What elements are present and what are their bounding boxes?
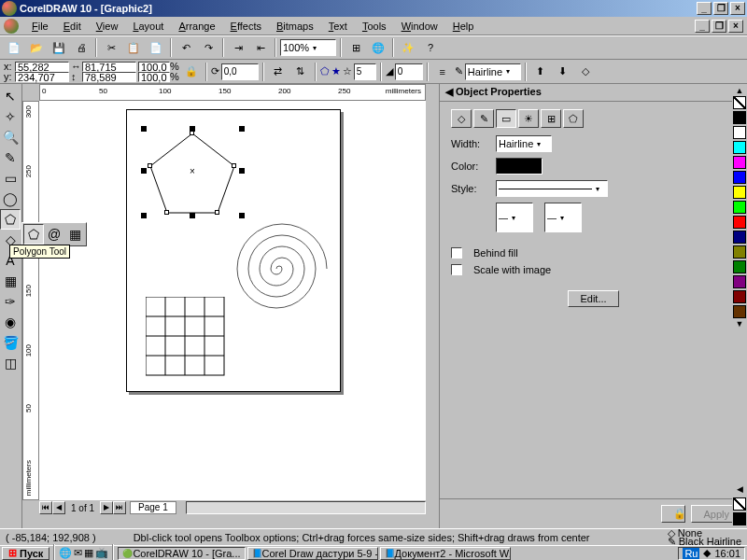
panel-style-select[interactable] <box>496 180 608 197</box>
freehand-tool[interactable]: ✎ <box>0 147 21 168</box>
menu-bitmaps[interactable]: Bitmaps <box>269 19 321 34</box>
swatch-darkgreen[interactable] <box>733 260 746 273</box>
export-button[interactable]: ⇤ <box>250 37 271 58</box>
swatch-magenta[interactable] <box>733 156 746 169</box>
palette-up[interactable]: ▲ <box>736 86 744 95</box>
menu-help[interactable]: Help <box>445 19 482 34</box>
sides-input[interactable] <box>354 63 376 80</box>
canvas[interactable]: × <box>39 101 426 500</box>
menu-file[interactable]: File <box>24 19 56 34</box>
prev-page-button[interactable]: ◀ <box>52 501 65 514</box>
menu-effects[interactable]: Effects <box>223 19 269 34</box>
ruler-horizontal[interactable]: 0 50 100 150 200 250 millimeters <box>39 84 426 101</box>
last-page-button[interactable]: ⏭ <box>113 501 126 514</box>
quicklaunch-icon-4[interactable]: 📺 <box>95 547 108 559</box>
palette-down[interactable]: ▼ <box>736 319 744 329</box>
maximize-button[interactable]: ❐ <box>713 2 728 15</box>
tab-web[interactable]: ⊞ <box>541 109 561 128</box>
to-front-button[interactable]: ⬆ <box>530 62 551 82</box>
shape-tool[interactable]: ✧ <box>0 106 21 127</box>
mdi-minimize[interactable]: _ <box>695 20 710 33</box>
mdi-icon[interactable] <box>4 19 19 34</box>
cut-button[interactable]: ✂ <box>101 37 121 58</box>
quicklaunch-icon-3[interactable]: ▦ <box>84 547 93 559</box>
convert-curves-button[interactable]: ◇ <box>575 62 596 82</box>
quicklaunch-icon[interactable]: 🌐 <box>59 547 72 559</box>
system-tray[interactable]: Ru ◆ 16:01 <box>678 547 745 560</box>
swatch-black[interactable] <box>733 111 746 124</box>
new-button[interactable]: 📄 <box>4 37 24 58</box>
task-coreldraw[interactable]: 🟢 CorelDRAW 10 - [Gra... <box>118 547 245 560</box>
mdi-close[interactable]: × <box>728 20 743 33</box>
menu-arrange[interactable]: Arrange <box>171 19 222 34</box>
behind-fill-checkbox[interactable] <box>451 247 462 259</box>
task-word1[interactable]: 📘 Corel Draw дастури 5-9 - ... <box>247 547 378 560</box>
ellipse-tool[interactable]: ◯ <box>0 189 21 209</box>
current-outline-swatch[interactable] <box>733 512 746 525</box>
save-button[interactable]: 💾 <box>49 37 69 58</box>
task-word2[interactable]: 📘 Документ2 - Microsoft W... <box>380 547 511 560</box>
width-input[interactable]: 81,715 mm <box>82 62 136 72</box>
end-arrow-select[interactable]: — <box>544 203 582 232</box>
redo-button[interactable]: ↷ <box>198 37 218 58</box>
polygon-flyout-spiral[interactable]: @ <box>44 224 64 245</box>
start-button[interactable]: ⊞Пуск <box>2 547 49 560</box>
swatch-green[interactable] <box>733 201 746 214</box>
palette-expand[interactable]: ◀ <box>737 484 743 494</box>
start-arrow-select[interactable]: — <box>496 203 533 232</box>
scale-x-input[interactable]: 100,0 <box>138 62 170 72</box>
wrap-button[interactable]: ≡ <box>432 62 453 82</box>
print-button[interactable]: 🖨 <box>71 37 92 58</box>
outline-width-select[interactable]: Hairline <box>465 63 521 80</box>
undo-button[interactable]: ↶ <box>176 37 196 58</box>
lock-ratio-button[interactable]: 🔒 <box>181 62 202 82</box>
wizard-button[interactable]: ✨ <box>398 37 418 58</box>
close-button[interactable]: × <box>730 2 745 15</box>
ruler-vertical[interactable]: 300 250 200 150 100 50 millimeters <box>22 101 39 500</box>
next-page-button[interactable]: ▶ <box>100 501 113 514</box>
swatch-purple[interactable] <box>733 275 746 288</box>
open-button[interactable]: 📂 <box>26 37 47 58</box>
quicklaunch-icon-2[interactable]: ✉ <box>74 547 82 559</box>
grid-shape[interactable] <box>146 297 225 376</box>
menu-window[interactable]: Window <box>394 19 445 34</box>
menu-text[interactable]: Text <box>321 19 355 34</box>
swatch-cyan[interactable] <box>733 141 746 154</box>
swatch-yellow[interactable] <box>733 186 746 199</box>
panel-color-select[interactable] <box>496 158 543 175</box>
mirror-v-button[interactable]: ⇅ <box>290 62 311 82</box>
panel-width-select[interactable]: Hairline <box>496 135 552 152</box>
first-page-button[interactable]: ⏮ <box>39 501 52 514</box>
to-back-button[interactable]: ⬇ <box>553 62 573 82</box>
lock-button[interactable]: 🔒 <box>661 505 685 523</box>
outline-tool[interactable]: ◉ <box>0 312 21 332</box>
height-input[interactable]: 78,589 mm <box>82 72 136 82</box>
pick-tool[interactable]: ↖ <box>0 86 21 106</box>
menu-view[interactable]: View <box>89 19 126 34</box>
swatch-navy[interactable] <box>733 231 746 244</box>
polygon-tool[interactable]: ⬠ <box>0 209 21 230</box>
scale-y-input[interactable]: 100,0 <box>138 72 170 82</box>
swatch-olive[interactable] <box>733 245 746 259</box>
eyedropper-tool[interactable]: ✑ <box>0 291 21 312</box>
page-tab[interactable]: Page 1 <box>130 501 176 514</box>
app-launcher-button[interactable]: ⊞ <box>345 37 366 58</box>
interactive-fill-tool[interactable]: ▦ <box>0 271 21 291</box>
menu-layout[interactable]: Layout <box>125 19 171 34</box>
swatch-maroon[interactable] <box>733 290 746 303</box>
copy-button[interactable]: 📋 <box>123 37 144 58</box>
swatch-blue[interactable] <box>733 171 746 184</box>
paste-button[interactable]: 📄 <box>146 37 166 58</box>
polygon-flyout-polygon[interactable]: ⬠ <box>23 224 44 245</box>
fill-tool[interactable]: 🪣 <box>0 332 21 353</box>
minimize-button[interactable]: _ <box>697 2 712 15</box>
mdi-restore[interactable]: ❐ <box>712 20 726 33</box>
mirror-h-button[interactable]: ⇄ <box>268 62 289 82</box>
zoom-select[interactable]: 100% <box>280 39 336 56</box>
scrollbar-vertical[interactable] <box>426 101 439 500</box>
edit-button[interactable]: Edit... <box>568 290 618 307</box>
current-fill-swatch[interactable] <box>733 497 746 511</box>
rectangle-tool[interactable]: ▭ <box>0 168 21 189</box>
tab-general[interactable]: ⬠ <box>563 109 584 128</box>
import-button[interactable]: ⇥ <box>228 37 248 58</box>
